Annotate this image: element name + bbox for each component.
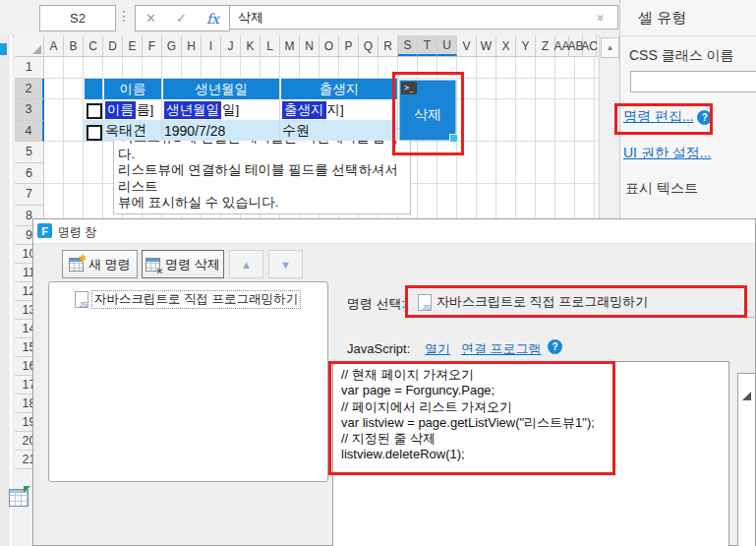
command-list[interactable]: JS 자바스크립트로 직접 프로그래밍하기 (48, 281, 328, 482)
column-header-Y[interactable]: Y (516, 35, 536, 56)
side-panel[interactable] (737, 373, 756, 546)
command-select-label: 명령 선택: (347, 295, 405, 313)
column-header-W[interactable]: W (477, 35, 496, 56)
forguncy-icon: F (37, 223, 52, 238)
left-dock-strip (0, 35, 12, 546)
command-edit-link[interactable]: 명령 편집... (623, 108, 694, 124)
template-cell-birthplace[interactable]: 출생지 지] (280, 99, 398, 120)
column-header-A[interactable]: A (44, 35, 64, 56)
function-icon[interactable]: fx (206, 11, 219, 27)
css-class-label: CSS 클래스 이름 (629, 47, 734, 65)
javascript-label: JavaScript: (347, 341, 410, 356)
command-tag-icon: >_ (401, 82, 417, 94)
row-checkbox[interactable] (87, 103, 102, 119)
star-icon: ✱ (79, 253, 87, 264)
column-header-O[interactable]: O (320, 35, 339, 56)
open-link[interactable]: 열기 (425, 340, 450, 358)
field-suffix: 지] (327, 101, 344, 119)
row-header-4[interactable]: 4 (15, 121, 44, 143)
column-header-K[interactable]: K (241, 35, 261, 56)
data-cell-name[interactable]: 옥태견 (103, 120, 162, 141)
row-header-5[interactable]: 5 (15, 142, 44, 163)
row-header-6[interactable]: 6 (15, 163, 44, 185)
command-list-item-label: 자바스크립트로 직접 프로그래밍하기 (91, 290, 301, 309)
corner-triangle-icon (32, 45, 41, 54)
column-header-S[interactable]: S (398, 35, 418, 56)
move-up-button[interactable]: ▲ (229, 250, 263, 278)
selected-command-dropdown[interactable]: JS 자바스크립트로 직접 프로그래밍하기 (418, 293, 648, 311)
delete-command-button[interactable]: >_ 삭제 (399, 80, 456, 141)
select-all-corner[interactable] (15, 35, 44, 57)
resize-handle[interactable] (449, 134, 458, 143)
column-header-G[interactable]: G (162, 35, 182, 56)
cell-name-box[interactable]: S2 (39, 5, 116, 31)
template-cell-birthdate[interactable]: 생년월일 일] (162, 99, 280, 120)
field-badge: 생년월일 (164, 101, 221, 119)
app-window: S2 ⋮ ✕ ✓ fx 삭제 » ABCDEFGHIJKLMNOPQRSTUVW… (0, 0, 756, 546)
column-header-H[interactable]: H (182, 35, 202, 56)
panel-title: 셀 유형 (638, 9, 686, 28)
template-cell-name[interactable]: 이름 름] (103, 99, 162, 120)
data-cell-birthdate[interactable]: 1990/7/28 (162, 120, 280, 141)
column-header-M[interactable]: M (280, 35, 300, 56)
column-header-P[interactable]: P (339, 35, 359, 56)
panel-separator (620, 35, 756, 36)
column-header-J[interactable]: J (221, 35, 241, 56)
column-header-U[interactable]: U (437, 35, 457, 56)
table-header-birthdate[interactable]: 생년월일 (163, 79, 279, 99)
dropdown-underline (413, 317, 756, 318)
dialog-title: 명령 창 (58, 224, 96, 241)
row-header-1[interactable]: 1 (15, 57, 44, 79)
scroll-up-icon[interactable]: ▲ (601, 37, 619, 58)
help-icon[interactable]: ? (697, 110, 712, 125)
new-command-icon: ✱ (69, 258, 84, 272)
help-icon[interactable]: ? (548, 339, 562, 354)
column-header-T[interactable]: T (418, 35, 437, 56)
cancel-icon[interactable]: ✕ (145, 11, 156, 26)
css-class-input[interactable] (630, 71, 756, 92)
sheet-arrow-icon (24, 486, 30, 493)
listview-tooltip: '리스트뷰1'에 연결된 테이블은 '직원테이블'입니다. 리스트뷰에 연결하실… (113, 128, 411, 214)
column-header-Q[interactable]: Q (359, 35, 378, 56)
column-header-AC[interactable]: AC (583, 35, 597, 56)
column-header-L[interactable]: L (261, 35, 280, 56)
confirm-icon[interactable]: ✓ (176, 11, 187, 26)
dialog-titlebar[interactable]: F 명령 창 (33, 219, 755, 244)
formula-input[interactable]: 삭제 (229, 5, 618, 30)
row-header-7[interactable]: 7 (15, 184, 44, 206)
scroll-corner-icon (742, 392, 751, 400)
column-header-F[interactable]: F (143, 35, 162, 56)
new-command-button[interactable]: ✱ 새 명령 (62, 250, 138, 278)
column-header-V[interactable]: V (457, 35, 477, 56)
delete-command-toolbar-button[interactable]: ✕ 명령 삭제 (142, 250, 224, 278)
column-header-X[interactable]: X (496, 35, 516, 56)
delete-button-label: 삭제 (400, 106, 455, 124)
row-header-3[interactable]: 3 (15, 99, 44, 121)
field-badge: 출생지 (282, 101, 326, 119)
column-header-B[interactable]: B (64, 35, 84, 56)
move-down-button[interactable]: ▼ (268, 250, 303, 278)
vertical-scrollbar[interactable]: ▲ (599, 35, 618, 218)
column-header-C[interactable]: C (84, 35, 103, 56)
formula-expand-icon[interactable]: » (594, 15, 608, 22)
command-dialog: F 명령 창 ✱ 새 명령 ✕ 명령 삭제 ▲ ▼ JS 자바스크립트로 직접 … (32, 218, 756, 546)
column-header-D[interactable]: D (103, 35, 123, 56)
table-header-birthplace[interactable]: 출생지 (281, 79, 397, 99)
ui-permission-link[interactable]: UI 권한 설정... (623, 145, 711, 162)
column-header-R[interactable]: R (378, 35, 398, 56)
sheet-icon[interactable] (9, 489, 29, 507)
column-header-Z[interactable]: Z (536, 35, 555, 56)
row-header-2[interactable]: 2 (15, 79, 44, 100)
program-link[interactable]: 연결 프로그램 (461, 340, 542, 358)
row-checkbox[interactable] (87, 125, 102, 141)
data-cell-birthplace[interactable]: 수원 (280, 120, 398, 141)
column-header-N[interactable]: N (300, 35, 320, 56)
display-text-label: 표시 텍스트 (625, 180, 698, 198)
column-header-E[interactable]: E (123, 35, 143, 56)
table-header-select[interactable] (85, 79, 102, 99)
column-header-I[interactable]: I (202, 35, 221, 56)
formula-button-group: ✕ ✓ fx (135, 5, 230, 31)
javascript-code-editor[interactable]: // 현재 페이지 가져오기 var page = Forguncy.Page;… (332, 361, 729, 546)
table-header-name[interactable]: 이름 (104, 79, 161, 99)
command-list-item[interactable]: JS 자바스크립트로 직접 프로그래밍하기 (75, 290, 301, 309)
